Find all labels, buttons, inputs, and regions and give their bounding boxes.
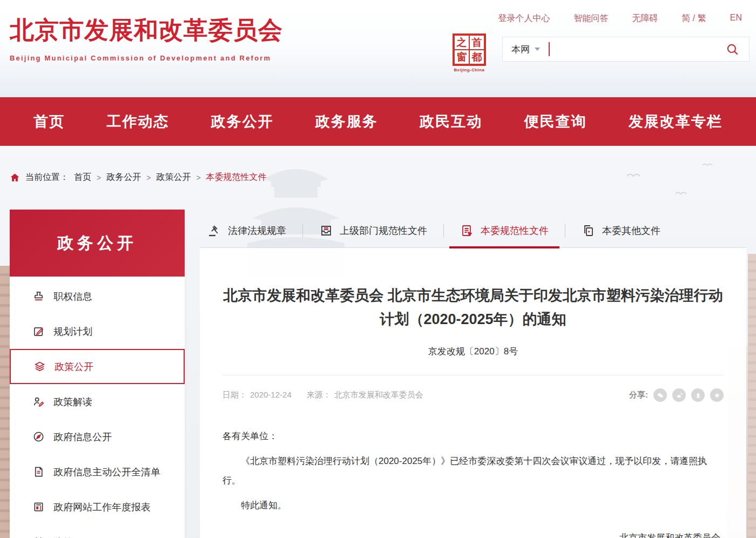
- sidebar-item-label: 政策公开: [55, 360, 93, 373]
- policy-layers-icon: [33, 360, 46, 373]
- sidebar-item-label: 政府信息主动公开全清单: [53, 466, 160, 479]
- seal-char: 窗: [454, 50, 469, 64]
- breadcrumb-item-gov-open[interactable]: 政务公开: [106, 172, 141, 183]
- seal-char: 都: [469, 50, 484, 64]
- nav-item-gov-open[interactable]: 政务公开: [211, 112, 274, 131]
- date-value: 2020-12-24: [250, 390, 292, 399]
- tab-label: 本委其他文件: [602, 224, 660, 237]
- breadcrumb: 当前位置： 首页 > 政务公开 > 政策公开 > 本委规范性文件: [10, 172, 267, 183]
- search-box: 本网: [502, 37, 750, 62]
- search-scope-select[interactable]: 本网: [511, 43, 540, 56]
- interpretation-icon: [32, 395, 45, 408]
- sidebar-item-website-annual-report[interactable]: 政府网站工作年度报表: [10, 489, 185, 524]
- wechat-share-icon[interactable]: [653, 388, 667, 402]
- utility-link-simplified-traditional[interactable]: 简 / 繁: [681, 13, 706, 24]
- share-label: 分享:: [629, 390, 648, 400]
- sidebar-list: 职权信息 规划计划 政策公开 政策解读: [10, 277, 185, 538]
- seal-char: 首: [469, 35, 484, 50]
- breadcrumb-item-home[interactable]: 首页: [74, 172, 91, 183]
- article-signature: 北京市发展和改革委员会: [222, 528, 724, 538]
- seal-grid: 之 首 窗 都: [453, 33, 486, 66]
- tab-label: 法律法规规章: [228, 224, 286, 237]
- compass-icon: [32, 431, 45, 443]
- seal-char: 之: [454, 35, 469, 50]
- bird-icon: [626, 172, 640, 177]
- site-title: 北京市发展和改革委员会: [10, 14, 283, 46]
- search-input[interactable]: [550, 37, 724, 62]
- breadcrumb-separator: >: [196, 173, 200, 182]
- calendar-icon: [32, 536, 45, 538]
- sidebar-item-label: 决策目录: [53, 536, 92, 538]
- breadcrumb-prefix: 当前位置：: [25, 172, 69, 183]
- main-nav: 首页 工作动态 政务公开 政务服务 政民互动 便民查询 发展改革专栏: [0, 97, 756, 146]
- article-title: 北京市发展和改革委员会 北京市生态环境局关于印发北京市塑料污染治理行动计划（20…: [222, 284, 724, 331]
- tab-laws-regulations[interactable]: 法律法规规章: [200, 214, 302, 247]
- bird-icon: [675, 190, 687, 195]
- nav-item-work-dynamics[interactable]: 工作动态: [106, 112, 169, 131]
- sidebar-item-label: 政策解读: [53, 395, 92, 408]
- date-label: 日期：: [222, 390, 247, 399]
- home-icon: [10, 172, 20, 183]
- breadcrumb-item-current: 本委规范性文件: [206, 172, 267, 183]
- site-header: 北京市发展和改革委员会 Beijing Municipal Commission…: [0, 0, 756, 97]
- page: 北京市发展和改革委员会 Beijing Municipal Commission…: [0, 0, 756, 538]
- sidebar-header[interactable]: 政务公开: [10, 210, 185, 277]
- plan-edit-icon: [32, 325, 45, 338]
- search-scope-label: 本网: [511, 43, 530, 56]
- sidebar-item-proactive-disclosure-list[interactable]: 政府信息主动公开全清单: [10, 454, 185, 489]
- sidebar-item-decision-catalog[interactable]: 决策目录: [10, 524, 185, 538]
- chevron-down-icon: [535, 48, 540, 51]
- sidebar-item-planning[interactable]: 规划计划: [10, 314, 185, 349]
- sidebar: 政务公开 职权信息 规划计划 政策公开: [10, 210, 185, 538]
- utility-link-smart-qa[interactable]: 智能问答: [573, 13, 608, 24]
- article-meta: 日期：2020-12-24来源：北京市发展和改革委员会 分享:: [222, 388, 724, 402]
- nav-item-reform-column[interactable]: 发展改革专栏: [629, 112, 723, 131]
- stamp-icon: [32, 290, 45, 302]
- tab-superior-normative-docs[interactable]: 上级部门规范性文件: [303, 214, 443, 247]
- share-bar: 分享:: [629, 388, 724, 402]
- tab-label: 本委规范性文件: [481, 224, 549, 237]
- magnifier-icon: [725, 42, 739, 56]
- tab-bar: 法律法规规章 上级部门规范性文件 本委规范性文件 本: [200, 214, 746, 248]
- article-paragraph: 特此通知。: [222, 496, 724, 515]
- breadcrumb-separator: >: [97, 173, 101, 182]
- search-button[interactable]: [724, 41, 740, 57]
- sidebar-item-label: 职权信息: [53, 290, 92, 303]
- source-label: 来源：: [307, 390, 331, 399]
- qq-share-icon[interactable]: [691, 388, 705, 402]
- utility-link-login[interactable]: 登录个人中心: [498, 13, 550, 24]
- sidebar-item-policy-interpretation[interactable]: 政策解读: [10, 384, 185, 419]
- article-paragraph: 《北京市塑料污染治理行动计划（2020-2025年）》已经市委深改委第十四次会议…: [222, 452, 724, 490]
- seal-caption: Beijing-China: [451, 68, 487, 72]
- nav-item-public-interaction[interactable]: 政民互动: [420, 112, 482, 131]
- site-logo[interactable]: 北京市发展和改革委员会 Beijing Municipal Commission…: [10, 14, 283, 62]
- utility-link-accessibility[interactable]: 无障碍: [632, 13, 658, 24]
- sidebar-title: 政务公开: [57, 232, 137, 254]
- meta-divider: [222, 375, 724, 375]
- breadcrumb-item-policy-open[interactable]: 政策公开: [156, 172, 191, 183]
- bg-right-photo-strip: [748, 254, 756, 538]
- sidebar-item-gov-info-open[interactable]: 政府信息公开: [10, 419, 185, 454]
- sidebar-item-label: 政府信息公开: [53, 431, 112, 443]
- source-value: 北京市发展和改革委员会: [334, 390, 423, 399]
- inbox-doc-icon: [319, 224, 333, 238]
- tab-committee-normative-docs[interactable]: 本委规范性文件: [444, 214, 565, 247]
- copy-doc-icon: [582, 224, 596, 238]
- gavel-icon: [207, 224, 221, 238]
- qzone-share-icon[interactable]: [710, 388, 724, 402]
- annual-report-icon: [32, 501, 45, 513]
- tab-label: 上级部门规范性文件: [340, 224, 427, 237]
- doc-pen-icon: [460, 224, 474, 238]
- nav-item-convenience-query[interactable]: 便民查询: [524, 112, 587, 131]
- date-source: 日期：2020-12-24来源：北京市发展和改革委员会: [222, 390, 427, 400]
- nav-item-home[interactable]: 首页: [33, 112, 65, 131]
- sidebar-item-authority-info[interactable]: 职权信息: [10, 279, 185, 314]
- capital-window-seal-logo[interactable]: 之 首 窗 都 Beijing-China: [451, 33, 487, 72]
- sidebar-item-label: 规划计划: [53, 325, 92, 338]
- nav-item-gov-services[interactable]: 政务服务: [315, 112, 378, 131]
- weibo-share-icon[interactable]: [672, 388, 686, 402]
- utility-link-english[interactable]: EN: [730, 13, 742, 24]
- tab-committee-other-docs[interactable]: 本委其他文件: [565, 214, 677, 247]
- sidebar-item-policy-open[interactable]: 政策公开: [10, 349, 185, 384]
- doc-number: 京发改规〔2020〕8号: [222, 345, 724, 358]
